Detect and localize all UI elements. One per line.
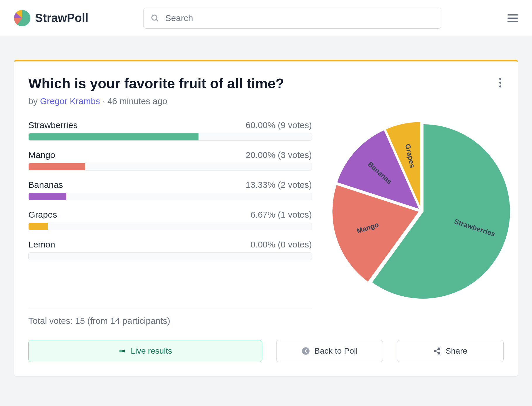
result-value: 20.00% (3 votes) [246,150,312,160]
poll-title: Which is your favorite fruit of all time… [28,75,284,92]
bar-fill [29,133,198,140]
result-row: Lemon0.00% (0 votes) [28,240,312,260]
result-row: Strawberries60.00% (9 votes) [28,120,312,141]
more-options-icon[interactable] [497,75,504,90]
back-to-poll-button[interactable]: Back to Poll [276,340,383,362]
svg-point-5 [438,348,440,350]
svg-point-4 [302,347,310,355]
svg-point-6 [434,350,436,352]
brand-text: StrawPoll [35,11,88,25]
svg-line-2 [156,19,158,21]
bar-fill [29,193,66,200]
back-arrow-icon [302,347,310,355]
live-results-label: Live results [131,346,172,356]
brand-link[interactable]: StrawPoll [14,10,88,26]
result-row: Bananas13.33% (2 votes) [28,180,312,200]
logo-icon [14,10,30,26]
result-value: 0.00% (0 votes) [251,240,312,250]
menu-icon[interactable] [507,14,518,22]
bar-fill [29,163,85,170]
bar-track [28,223,312,230]
result-label: Lemon [28,240,55,250]
bar-track [28,163,312,171]
action-row: Live results Back to Poll [28,340,504,362]
totals-label: Total votes: 15 (from 14 participants) [28,316,312,326]
share-button[interactable]: Share [397,340,504,362]
result-label: Mango [28,150,55,160]
pie-chart-wrap: StrawberriesMangoBananasGrapes [331,120,512,302]
search-icon [151,14,159,23]
bar-fill [29,223,48,230]
svg-line-9 [436,352,438,353]
search-input[interactable] [165,13,434,23]
bar-track [28,252,312,260]
search-wrap [143,8,441,29]
poll-time: 46 minutes ago [107,96,167,106]
svg-point-7 [438,352,440,354]
results-bars: Strawberries60.00% (9 votes)Mango20.00% … [28,120,312,302]
svg-point-1 [152,15,157,20]
author-link[interactable]: Gregor Krambs [40,96,100,106]
share-icon [433,347,441,355]
result-row: Mango20.00% (3 votes) [28,150,312,171]
by-prefix: by [28,96,40,106]
back-to-poll-label: Back to Poll [315,346,358,356]
result-label: Grapes [28,210,57,220]
share-label: Share [445,346,467,356]
live-results-button[interactable]: Live results [28,340,262,362]
result-label: Strawberries [28,120,77,130]
result-value: 6.67% (1 votes) [251,210,312,220]
live-icon [118,347,126,355]
bar-track [28,193,312,200]
poll-meta: by Gregor Krambs · 46 minutes ago [28,96,284,106]
time-separator: · [100,96,107,106]
page-body: Which is your favorite fruit of all time… [0,36,532,400]
result-label: Bananas [28,180,63,190]
bar-track [28,133,312,141]
divider [28,309,312,309]
result-value: 13.33% (2 votes) [246,180,312,190]
svg-line-8 [436,349,438,350]
pie-chart: StrawberriesMangoBananasGrapes [331,120,512,302]
result-row: Grapes6.67% (1 votes) [28,210,312,230]
result-value: 60.00% (9 votes) [246,120,312,130]
global-header: StrawPoll [0,0,532,36]
svg-point-3 [122,350,123,351]
poll-card: Which is your favorite fruit of all time… [14,60,518,376]
search-box[interactable] [143,8,441,29]
